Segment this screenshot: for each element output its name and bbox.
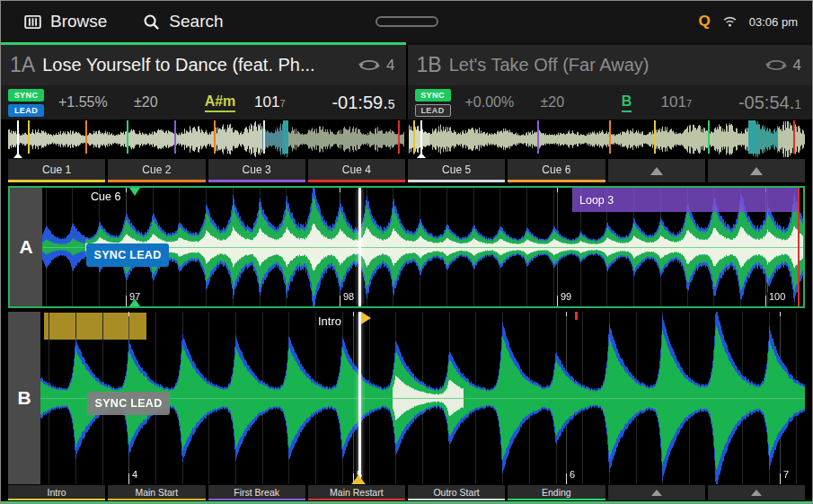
hotcue-pager-button[interactable] [608, 159, 705, 182]
deck-a-waveform[interactable]: Loop 3 Cue 6 SYNC LEAD 979899100 [42, 188, 803, 306]
pager-up-icon [650, 167, 663, 175]
cue-label: Ending [542, 487, 571, 498]
time-decimal: 1 [794, 97, 801, 111]
loop-icon [765, 59, 787, 71]
overview-playhead-triangle [13, 153, 22, 158]
clock: 03:06 pm [749, 15, 798, 29]
cue-color-line [108, 499, 205, 500]
deck-b-waveform[interactable]: Intro SYNC LEAD 4567 [40, 312, 805, 484]
hotcue-cue-6[interactable]: Cue 6 [508, 159, 605, 182]
overview-cue-marker [537, 120, 539, 154]
deck-b-bpm: 1017 [661, 93, 728, 111]
search-icon [143, 13, 160, 31]
phrase-main-restart[interactable]: Main Restart [308, 485, 405, 500]
loop-region[interactable]: Loop 3 [572, 188, 800, 212]
bpm-decimal: 7 [686, 98, 692, 109]
hotcue-cue-5[interactable]: Cue 5 [408, 159, 505, 182]
deck-b-sync-lead-button[interactable]: SYNC LEAD [87, 392, 170, 415]
deck-b-waveform-panel: B Intro SYNC LEAD 4567 [8, 312, 805, 484]
quantize-indicator[interactable]: Q [699, 13, 711, 31]
hotcue-cue-4[interactable]: Cue 4 [308, 159, 405, 182]
cue-color-line [408, 499, 505, 500]
engine-dj-screen: Browse Search Q 03:06 pm 1A Lose Yoursel… [0, 0, 813, 504]
cue-marker-flag-icon [129, 188, 140, 196]
deck-a-overview[interactable] [8, 120, 404, 158]
deck-letter: A [19, 236, 32, 258]
phrase-pager-button[interactable] [708, 485, 805, 500]
loop-icon [358, 59, 380, 71]
cue-label: Cue 6 [542, 164, 570, 176]
overview-cue-marker [263, 120, 265, 154]
drag-handle[interactable] [376, 16, 438, 27]
hotcue-cue-3[interactable]: Cue 3 [208, 159, 305, 182]
overview-cue-marker [793, 120, 795, 154]
deck-a-label: A [10, 188, 42, 306]
lead-badge[interactable]: LEAD [415, 104, 451, 117]
hotcue-cue-2[interactable]: Cue 2 [108, 159, 205, 182]
deck-b-track-title: Let's Take Off (Far Away) [449, 55, 756, 75]
deck-a-key[interactable]: A#m [193, 93, 247, 112]
phrase-main-start[interactable]: Main Start [108, 485, 205, 500]
cue-label: Cue 2 [142, 164, 171, 176]
deck-b-pitch: +0.00% [465, 94, 541, 111]
phrase-pager-button[interactable] [608, 485, 705, 500]
browse-label: Browse [50, 12, 107, 31]
cue-label: Outro Start [433, 487, 479, 498]
loop-region-label: Loop 3 [579, 194, 614, 207]
deck-b-key[interactable]: B [600, 93, 654, 112]
hotcue-bar: Cue 1Cue 2Cue 3Cue 4Cue 5Cue 6 [1, 159, 812, 182]
deck-b-loop-length: 4 [793, 57, 801, 75]
phrase-first-break[interactable]: First Break [208, 485, 305, 500]
sync-badge[interactable]: SYNC [415, 89, 451, 102]
phrase-intro[interactable]: Intro [8, 485, 105, 500]
deck-a-number: 1A [10, 53, 35, 77]
crate-icon [24, 14, 41, 30]
overview-cue-marker [609, 120, 611, 154]
overview-cue-marker [28, 120, 30, 154]
search-button[interactable]: Search [143, 12, 223, 31]
deck-a-pitch: +1.55% [58, 94, 134, 111]
deck-b-number: 1B [417, 53, 442, 77]
search-label: Search [169, 12, 223, 31]
deck-headers: 1A Lose Yourself to Dance (feat. Ph... 4… [1, 42, 812, 85]
cue-color-line [208, 499, 305, 500]
cue-marker-label: Cue 6 [91, 190, 120, 203]
deck-a-time-remaining: -01:59.5 [331, 93, 394, 113]
deck-b-pitch-range: ±20 [541, 94, 600, 111]
cue-color-line [508, 499, 605, 500]
sync-badge[interactable]: SYNC [8, 89, 44, 102]
deck-a-pitch-range: ±20 [134, 94, 193, 111]
overview-cue-marker [413, 120, 415, 154]
hotcue-pager-button[interactable] [708, 159, 805, 182]
intro-marker-flag-icon [351, 475, 366, 484]
deck-b-overview[interactable] [409, 120, 805, 158]
cue-tick-marker [575, 312, 578, 320]
cue-label: Cue 4 [342, 164, 371, 176]
cue-color-line [308, 499, 405, 500]
track-overviews [1, 119, 812, 159]
deck-b-playhead [358, 312, 361, 484]
pager-up-icon [751, 490, 762, 496]
deck-a-sync-badges: SYNC LEAD [8, 89, 44, 117]
overview-playhead [420, 120, 422, 154]
deck-b-header[interactable]: 1B Let's Take Off (Far Away) 4 [408, 42, 813, 85]
deck-a-loop-length: 4 [386, 57, 394, 75]
time-main: -05:54. [738, 93, 794, 112]
deck-letter: B [17, 387, 31, 409]
bpm-decimal: 7 [279, 98, 285, 109]
deck-a-waveform-panel: A Loop 3 Cue 6 SYNC LEAD 979899100 [8, 186, 805, 308]
deck-a-sync-lead-button[interactable]: SYNC LEAD [86, 243, 169, 267]
phrase-ending[interactable]: Ending [508, 485, 605, 500]
overview-cue-marker [398, 120, 400, 154]
browse-button[interactable]: Browse [24, 12, 107, 31]
intro-marker-label: Intro [318, 314, 341, 328]
deck-a-header[interactable]: 1A Lose Yourself to Dance (feat. Ph... 4 [1, 42, 406, 85]
wifi-icon[interactable] [722, 15, 738, 28]
hotcue-cue-1[interactable]: Cue 1 [8, 159, 105, 182]
deck-b-stats: SYNC LEAD +0.00% ±20 B 1017 -05:54.1 [408, 85, 813, 119]
overview-cue-marker [127, 120, 128, 154]
cue-label: Main Start [135, 487, 178, 498]
phrase-outro-start[interactable]: Outro Start [408, 485, 505, 500]
lead-badge[interactable]: LEAD [8, 104, 44, 117]
deck-stats: SYNC LEAD +1.55% ±20 A#m 1017 -01:59.5 S… [1, 85, 812, 119]
